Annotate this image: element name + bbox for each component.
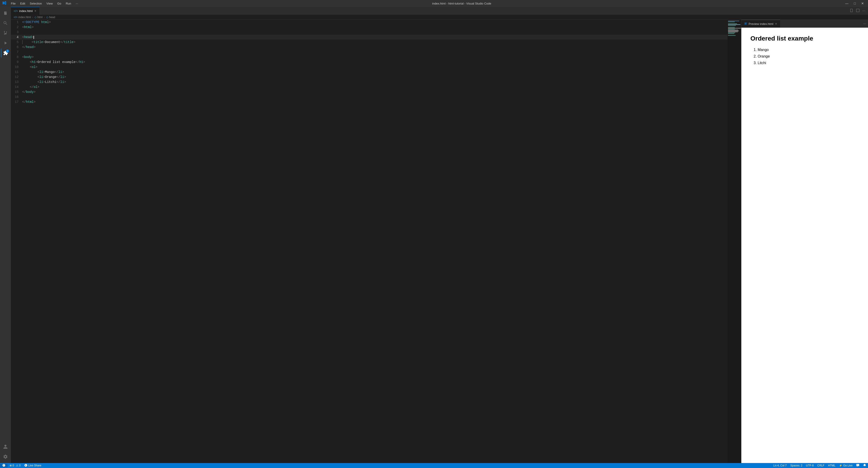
cursor-position[interactable]: Ln 4, Col 7 <box>772 464 788 467</box>
window-close[interactable]: ✕ <box>859 1 866 6</box>
live-share-button[interactable]: Live Share <box>23 464 43 468</box>
errors-count: ⊗ 0 <box>9 464 14 467</box>
window-maximize[interactable]: □ <box>852 1 858 6</box>
editor-tab-actions: ··· <box>849 8 868 13</box>
preview-content: Ordered list example Mango Orange Litchi <box>741 28 868 463</box>
menu-run[interactable]: Run <box>64 1 73 6</box>
line-number-9: 9 <box>11 60 22 65</box>
menu-file[interactable]: File <box>9 1 18 6</box>
live-share-icon <box>24 464 27 468</box>
menu-bar[interactable]: File Edit Selection View Go Run ··· <box>9 1 80 6</box>
line-content-15: </body> <box>22 90 727 94</box>
encoding[interactable]: UTF-8 <box>804 464 815 467</box>
line-number-11: 11 <box>11 69 22 74</box>
breadcrumb-file[interactable]: </> index.html <box>13 15 31 19</box>
indentation[interactable]: Spaces: 2 <box>788 464 804 467</box>
line-content-2: <html> <box>22 25 727 30</box>
code-editor[interactable]: 1 <!DOCTYPE html> 2 <html> 3 4 <head> <box>11 20 727 463</box>
status-bar: ⊗ 0 ⚠ 0 Live Share Ln 4, Col 7 Spaces: 2… <box>0 463 868 468</box>
code-line-10: 10 <ol> <box>11 65 727 69</box>
editor-tab-bar: </> index.html × ··· <box>11 7 868 15</box>
line-content-17: </html> <box>22 99 727 104</box>
editor-tab-index-html[interactable]: </> index.html × <box>11 7 40 15</box>
line-ending-label: CRLF <box>817 464 824 467</box>
menu-more[interactable]: ··· <box>74 1 80 6</box>
more-actions-button[interactable]: ··· <box>862 8 866 13</box>
breadcrumb: </> index.html › ◇ html › ◇ head <box>11 15 868 20</box>
preview-tab-close[interactable]: × <box>775 22 777 26</box>
split-editor-button[interactable] <box>849 8 854 13</box>
editor-split: 1 <!DOCTYPE html> 2 <html> 3 4 <head> <box>11 20 868 463</box>
line-content-16 <box>22 94 727 99</box>
live-share-label: Live Share <box>28 464 41 467</box>
menu-selection[interactable]: Selection <box>28 1 43 6</box>
status-remote-button[interactable] <box>0 464 8 468</box>
language-label: HTML <box>828 464 836 467</box>
breadcrumb-html[interactable]: ◇ html <box>34 15 42 19</box>
status-errors-warnings[interactable]: ⊗ 0 ⚠ 0 <box>8 464 23 467</box>
line-number-13: 13 <box>11 80 22 85</box>
line-number-6: 6 <box>11 44 22 50</box>
activity-bar-bottom <box>1 442 10 463</box>
notification-bell[interactable] <box>861 464 868 468</box>
line-content-5: <title>Document</title> <box>22 40 727 44</box>
language-mode[interactable]: HTML <box>826 464 837 467</box>
line-number-3: 3 <box>11 30 22 35</box>
encoding-label: UTF-8 <box>806 464 814 467</box>
code-line-15: 15 </body> <box>11 90 727 94</box>
code-line-12: 12 <li>Orange</li> <box>11 74 727 80</box>
editor-area: </> index.html × ··· <box>11 7 868 463</box>
menu-view[interactable]: View <box>44 1 55 6</box>
split-editor-right-button[interactable] <box>855 8 861 13</box>
preview-tab-bar: Preview index.html × ··· <box>741 20 868 28</box>
sidebar-item-settings[interactable] <box>1 452 10 461</box>
breadcrumb-separator-1: › <box>32 15 33 19</box>
extensions-badge: 1 <box>6 50 9 53</box>
feedback-button[interactable] <box>855 464 861 468</box>
go-live-button[interactable]: ⚡ Go Live <box>837 464 855 467</box>
window-controls[interactable]: — □ ✕ <box>843 1 866 6</box>
breadcrumb-file-icon: </> <box>13 15 18 19</box>
breadcrumb-head[interactable]: ◇ head <box>46 15 55 19</box>
html-file-icon: </> <box>13 9 18 13</box>
preview-tab[interactable]: Preview index.html × <box>741 20 780 28</box>
line-content-13: <li>Litchi</li> <box>22 80 727 85</box>
line-number-17: 17 <box>11 99 22 104</box>
minimap <box>727 20 741 463</box>
menu-go[interactable]: Go <box>56 1 63 6</box>
preview-heading: Ordered list example <box>750 35 859 42</box>
line-content-3 <box>22 30 727 35</box>
code-line-8: 8 <body> <box>11 55 727 60</box>
window-title: index.html - html-tutorial - Visual Stud… <box>83 2 841 5</box>
preview-more-actions[interactable]: ··· <box>863 22 868 26</box>
vscode-logo <box>2 1 6 6</box>
sidebar-item-source-control[interactable] <box>1 29 10 38</box>
menu-edit[interactable]: Edit <box>18 1 27 6</box>
status-bar-right: Ln 4, Col 7 Spaces: 2 UTF-8 CRLF HTML ⚡ … <box>772 464 868 468</box>
sidebar-item-account[interactable] <box>1 442 10 451</box>
line-number-2: 2 <box>11 25 22 30</box>
feedback-icon <box>856 464 859 468</box>
line-content-10: <ol> <box>22 65 727 69</box>
code-line-13: 13 <li>Litchi</li> <box>11 80 727 85</box>
spaces-label: Spaces: 2 <box>790 464 802 467</box>
line-number-4: 4 <box>11 35 22 40</box>
code-line-4: 4 <head> <box>11 35 727 40</box>
code-line-16: 16 <box>11 94 727 99</box>
window-minimize[interactable]: — <box>843 1 850 6</box>
code-line-17: 17 </html> <box>11 99 727 104</box>
line-number-15: 15 <box>11 90 22 94</box>
line-content-6: </head> <box>22 44 727 50</box>
tab-close-button[interactable]: × <box>34 9 37 13</box>
preview-tab-icon <box>744 22 747 26</box>
sidebar-item-run[interactable] <box>1 38 10 48</box>
code-line-1: 1 <!DOCTYPE html> <box>11 20 727 25</box>
sidebar-item-extensions[interactable]: 1 <box>1 49 10 58</box>
position-label: Ln 4, Col 7 <box>774 464 787 467</box>
line-ending[interactable]: CRLF <box>815 464 826 467</box>
sidebar-item-explorer[interactable] <box>1 9 10 18</box>
line-number-7: 7 <box>11 50 22 55</box>
line-content-9: <h1>Ordered list example</h1> <box>22 60 727 65</box>
sidebar-item-search[interactable] <box>1 19 10 28</box>
code-line-14: 14 </ol> <box>11 85 727 90</box>
